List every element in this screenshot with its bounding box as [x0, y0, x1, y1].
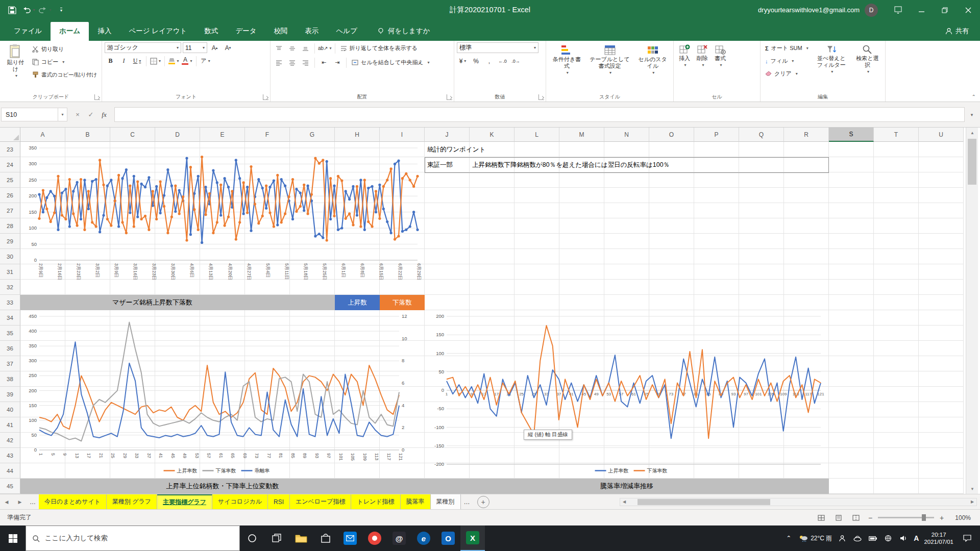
ribbon-tab-4[interactable]: 数式	[195, 22, 227, 41]
row-header-29[interactable]: 29	[0, 234, 20, 249]
sheet-tab-1[interactable]: 業種別 グラフ	[107, 494, 157, 509]
weather-widget[interactable]: 22°C 雨	[799, 534, 832, 543]
column-header-M[interactable]: M	[559, 128, 604, 142]
ribbon-tab-5[interactable]: データ	[227, 22, 265, 41]
row-header-33[interactable]: 33	[0, 295, 20, 310]
shrink-font-button[interactable]: A▾	[222, 42, 234, 53]
vertical-scrollbar[interactable]: ▲ ▼	[966, 128, 978, 494]
chart-header-mothers[interactable]: マザーズ銘柄上昇数下落数 上昇数 下落数	[20, 295, 425, 310]
row-header-43[interactable]: 43	[0, 448, 20, 463]
find-select-button[interactable]: 検索と選択 ▾	[852, 42, 883, 77]
row-header-44[interactable]: 44	[0, 463, 20, 479]
merge-center-button[interactable]: セルを結合して中央揃え▾	[350, 57, 432, 68]
legend-down-count[interactable]: 下落数	[380, 295, 425, 310]
taskbar-clock[interactable]: 20:17 2021/07/01	[924, 531, 953, 545]
battery-tray-icon[interactable]	[868, 536, 878, 541]
orientation-dropdown-icon[interactable]: ▾	[330, 46, 332, 51]
ribbon-tab-1[interactable]: ホーム	[51, 22, 89, 41]
underline-button[interactable]: U▾	[131, 56, 143, 66]
fill-dropdown-icon[interactable]: ▾	[792, 59, 794, 63]
percent-button[interactable]: %	[470, 56, 482, 66]
name-box-dropdown-icon[interactable]: ▾	[58, 108, 67, 121]
column-header-Q[interactable]: Q	[739, 128, 784, 142]
clipboard-dialog-launcher-icon[interactable]	[94, 94, 100, 100]
format-as-table-dropdown-icon[interactable]: ▾	[609, 69, 611, 76]
phonetic-dropdown-icon[interactable]: ▾	[208, 59, 210, 63]
align-bottom-button[interactable]	[300, 43, 311, 54]
close-button[interactable]	[957, 0, 980, 20]
column-header-L[interactable]: L	[514, 128, 559, 142]
horizontal-scroll-thumb[interactable]	[638, 499, 770, 505]
people-tray-icon[interactable]	[837, 535, 847, 542]
row-header-42[interactable]: 42	[0, 433, 20, 448]
number-dialog-launcher-icon[interactable]	[538, 94, 544, 100]
ribbon-display-options-button[interactable]	[886, 0, 910, 20]
underline-dropdown-icon[interactable]: ▾	[139, 59, 141, 63]
formula-input[interactable]	[114, 107, 965, 122]
sheet-tab-2[interactable]: 主要指標グラフ	[157, 494, 212, 509]
format-cells-dropdown-icon[interactable]: ▾	[720, 62, 722, 68]
increase-indent-button[interactable]: ⇥	[331, 57, 343, 68]
bottom-chart-headers[interactable]: 上昇率上位銘柄数・下降率上位変動数 騰落率増減率推移	[20, 479, 829, 494]
sheet-overflow-right[interactable]: …	[461, 498, 473, 506]
column-header-D[interactable]: D	[155, 128, 200, 142]
fill-color-dropdown-icon[interactable]: ▾	[177, 59, 179, 63]
action-center-button[interactable]	[959, 535, 976, 542]
column-header-P[interactable]: P	[694, 128, 739, 142]
ime-mode-indicator[interactable]: A	[914, 534, 919, 542]
currency-button[interactable]: ¥▾	[457, 56, 469, 66]
column-header-F[interactable]: F	[245, 128, 290, 142]
alignment-dialog-launcher-icon[interactable]	[447, 94, 452, 100]
insert-cells-button[interactable]: 挿入 ▾	[676, 42, 693, 70]
font-color-dropdown-icon[interactable]: ▾	[190, 59, 192, 63]
sheet-tab-7[interactable]: 騰落率	[401, 494, 431, 509]
font-color-button[interactable]: A▾	[181, 56, 193, 66]
column-header-S[interactable]: S	[829, 128, 874, 142]
number-format-combo[interactable]: 標準▾	[457, 42, 538, 53]
onedrive-tray-icon[interactable]	[852, 536, 863, 541]
conditional-formatting-dropdown-icon[interactable]: ▾	[567, 69, 569, 76]
ribbon-tab-6[interactable]: 校閲	[265, 22, 297, 41]
insert-dropdown-icon[interactable]: ▾	[684, 62, 686, 68]
align-right-button[interactable]	[300, 57, 311, 68]
column-header-G[interactable]: G	[290, 128, 335, 142]
row-header-23[interactable]: 23	[0, 142, 20, 157]
wrap-text-button[interactable]: 折り返して全体を表示する	[338, 42, 420, 54]
sheet-tab-3[interactable]: サイコロジカル	[212, 494, 268, 509]
column-header-H[interactable]: H	[335, 128, 380, 142]
page-break-view-button[interactable]	[849, 512, 863, 523]
clear-button[interactable]: クリア▾	[763, 68, 811, 80]
vertical-scroll-thumb[interactable]	[968, 139, 976, 185]
font-dialog-launcher-icon[interactable]	[263, 94, 268, 100]
row-header-25[interactable]: 25	[0, 172, 20, 188]
align-top-button[interactable]	[273, 43, 285, 54]
new-sheet-button[interactable]: +	[477, 496, 489, 508]
outlook-button[interactable]: O	[436, 525, 460, 551]
file-explorer-button[interactable]	[289, 525, 313, 551]
column-header-B[interactable]: B	[65, 128, 110, 142]
row-header-27[interactable]: 27	[0, 203, 20, 218]
zoom-out-button[interactable]: −	[867, 514, 874, 522]
undo-dropdown-icon[interactable]: ▾	[33, 8, 35, 12]
row-header-24[interactable]: 24	[0, 157, 20, 172]
paste-button[interactable]: 貼り付け ▾	[3, 42, 29, 81]
column-header-N[interactable]: N	[604, 128, 649, 142]
copy-dropdown-icon[interactable]: ▾	[62, 60, 64, 64]
horizontal-scrollbar[interactable]: ◀ ▶	[620, 498, 977, 506]
orientation-button[interactable]: ab↗▾	[318, 43, 332, 54]
phonetic-button[interactable]: ア▾	[200, 56, 211, 66]
excel-taskbar-button[interactable]: X	[460, 525, 485, 551]
scroll-down-icon[interactable]: ▼	[966, 484, 978, 494]
column-header-I[interactable]: I	[380, 128, 425, 142]
align-center-button[interactable]	[286, 57, 298, 68]
ribbon-tab-0[interactable]: ファイル	[5, 22, 51, 41]
currency-dropdown-icon[interactable]: ▾	[464, 59, 466, 63]
column-header-T[interactable]: T	[874, 128, 919, 142]
zoom-level[interactable]: 100%	[949, 514, 971, 521]
increase-decimal-button[interactable]: ←.0	[497, 56, 508, 66]
row-header-30[interactable]: 30	[0, 249, 20, 264]
borders-button[interactable]: ▾	[150, 56, 161, 66]
bold-button[interactable]: B	[105, 56, 116, 66]
expand-formula-bar-icon[interactable]: ▾	[967, 112, 977, 117]
ribbon-tab-3[interactable]: ページ レイアウト	[120, 22, 195, 41]
